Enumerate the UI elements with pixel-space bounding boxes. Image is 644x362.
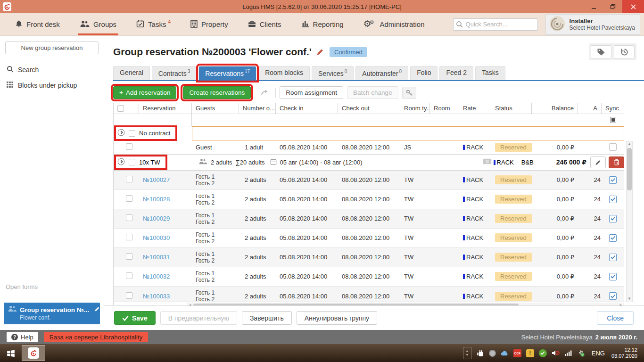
scroll-down-arrow[interactable]: ▼ [627, 296, 631, 302]
taskbar-app-logus[interactable] [22, 345, 45, 361]
save-button[interactable]: Save [114, 311, 156, 325]
tray-network-icon[interactable] [564, 349, 572, 357]
row-checkbox[interactable] [126, 253, 132, 260]
finish-button[interactable]: Завершить [242, 311, 292, 325]
nav-groups[interactable]: Groups [78, 13, 118, 35]
row-checkbox[interactable] [126, 292, 132, 299]
scroll-up-arrow[interactable]: ▲ [627, 141, 631, 147]
to-preliminary-button[interactable]: В предварительную [160, 311, 237, 325]
user-panel[interactable]: Installer Select Hotel Paveletskaya [545, 14, 640, 35]
sync-filter-checkbox[interactable] [610, 117, 616, 123]
reservation-row[interactable]: №100027 Гость 1Гость 2 2 adults 05.08.20… [114, 171, 624, 190]
reservation-row[interactable]: №100028 Гость 1Гость 2 2 adults 05.08.20… [114, 190, 624, 209]
tray-usb-icon[interactable] [577, 349, 585, 357]
reservation-link[interactable]: №100029 [143, 215, 170, 222]
sidebar-item-blocks-under-pickup[interactable]: Blocks under pickup [0, 78, 104, 93]
batch-change-button[interactable]: Batch change [347, 86, 398, 99]
language-indicator[interactable]: ENG [592, 350, 605, 357]
group-checkbox[interactable] [129, 159, 135, 165]
reservation-link[interactable]: №100028 [143, 196, 170, 203]
tab-reservations[interactable]: Reservations17 [198, 66, 256, 80]
col-check-out[interactable]: Check out [338, 103, 400, 114]
row-checkbox[interactable] [126, 176, 132, 182]
reservation-link[interactable]: №100031 [143, 254, 170, 261]
selected-row-zone[interactable] [192, 126, 624, 140]
nav-tasks[interactable]: Tasks4 [134, 13, 173, 35]
col-room-type[interactable]: Room ty... [400, 103, 430, 114]
tab-services[interactable]: Services0 [312, 66, 354, 80]
col-room[interactable]: Room [430, 103, 459, 114]
close-window-button[interactable] [622, 0, 644, 13]
col-check-in[interactable]: Check in [276, 103, 338, 114]
edit-title-pencil-icon[interactable] [316, 48, 324, 58]
close-button[interactable]: Close [597, 311, 634, 325]
sync-cell[interactable] [602, 143, 624, 151]
tray-antivirus-icon[interactable] [539, 349, 547, 357]
sync-checkbox[interactable] [609, 273, 617, 280]
tray-cc4-icon[interactable]: CC4 [513, 349, 521, 357]
reservation-row[interactable]: №100030 Гость 1Гость 2 2 adults 05.08.20… [114, 229, 624, 248]
tray-volume-muted-icon[interactable] [552, 349, 560, 357]
col-amount[interactable]: A [578, 103, 602, 114]
col-guests[interactable]: Guests [192, 103, 239, 114]
help-button[interactable]: ?Help [7, 332, 38, 342]
room-assignment-button[interactable]: Room assignment [280, 86, 343, 99]
tab-folio[interactable]: Folio [410, 66, 438, 80]
annul-group-button[interactable]: Аннулировать группу [297, 311, 377, 325]
sync-checkbox[interactable] [609, 292, 617, 300]
restore-button[interactable] [603, 0, 622, 13]
reservation-row[interactable]: №100033 Гость 1Гость 2 2 adults 05.08.20… [114, 287, 624, 302]
tags-button[interactable] [591, 45, 611, 58]
guest-reservation-row[interactable]: Guest 1 adult 05.08.2020 14:00 08.08.202… [114, 140, 624, 155]
reservation-row[interactable]: №100032 Гость 1Гость 2 2 adults 05.08.20… [114, 267, 624, 287]
key-button[interactable] [402, 87, 416, 99]
tray-expand-arrows[interactable]: ▲▼ [463, 347, 471, 359]
reservation-link[interactable]: №100032 [143, 273, 170, 280]
sync-filter-cell[interactable] [602, 114, 624, 126]
reservation-link[interactable]: №100030 [143, 234, 170, 241]
col-balance[interactable]: Balance [532, 103, 578, 114]
sync-checkbox[interactable] [609, 234, 617, 242]
nav-administration[interactable]: ⚙⚙ Administration [362, 13, 427, 35]
nav-front-desk[interactable]: Front desk [13, 13, 62, 35]
tab-feed[interactable]: Feed 2 [439, 66, 473, 80]
tray-power-icon[interactable] [476, 349, 484, 357]
row-checkbox[interactable] [126, 234, 132, 240]
select-all-checkbox[interactable] [117, 105, 124, 112]
tray-cloud-icon[interactable] [501, 349, 509, 357]
reservation-link[interactable]: №100027 [143, 176, 170, 183]
tab-general[interactable]: General [113, 66, 150, 80]
tab-autotransfer[interactable]: Autotransfer0 [355, 66, 408, 80]
edit-group-button[interactable] [590, 156, 606, 168]
row-checkbox[interactable] [126, 143, 132, 150]
col-number[interactable]: Number o... [239, 103, 276, 114]
scroll-thumb[interactable] [627, 148, 632, 190]
tray-device-icon[interactable] [489, 350, 496, 357]
tab-contracts[interactable]: Contracts3 [152, 66, 197, 80]
nav-clients[interactable]: Clients [246, 13, 283, 35]
sync-checkbox[interactable] [609, 215, 617, 222]
taskbar-clock[interactable]: 12:1203.07.2020 [611, 347, 637, 359]
sync-checkbox[interactable] [609, 196, 617, 203]
sidebar-item-search[interactable]: Search [0, 62, 104, 78]
group-row-10x-tw[interactable]: 10x TW 2 adults ∑20 adults 05 авг (14:00… [114, 155, 624, 171]
group-checkbox[interactable] [129, 130, 135, 137]
col-sync[interactable]: Sync [602, 103, 624, 114]
forward-arrow-button[interactable] [257, 87, 272, 99]
row-checkbox[interactable] [126, 272, 132, 279]
sync-checkbox[interactable] [609, 176, 617, 184]
vertical-scrollbar[interactable]: ▲ ▼ [626, 141, 633, 302]
tab-room-blocks[interactable]: Room blocks [258, 66, 310, 80]
minimize-button[interactable] [585, 0, 603, 13]
reservation-row[interactable]: №100029 Гость 1Гость 2 2 adults 05.08.20… [114, 209, 624, 229]
filter-reservation[interactable] [139, 114, 192, 126]
sync-checkbox[interactable] [609, 254, 617, 261]
row-checkbox[interactable] [126, 195, 132, 202]
create-reservations-button[interactable]: Create reservations [183, 86, 251, 99]
group-row-no-contract[interactable]: No contract [114, 126, 624, 140]
col-status[interactable]: Status [491, 103, 532, 114]
collapse-group-icon[interactable] [117, 129, 125, 138]
nav-reporting[interactable]: Reporting [299, 13, 346, 35]
tab-tasks[interactable]: Tasks [475, 66, 505, 80]
reservation-row[interactable]: №100031 Гость 1Гость 2 2 adults 05.08.20… [114, 248, 624, 267]
